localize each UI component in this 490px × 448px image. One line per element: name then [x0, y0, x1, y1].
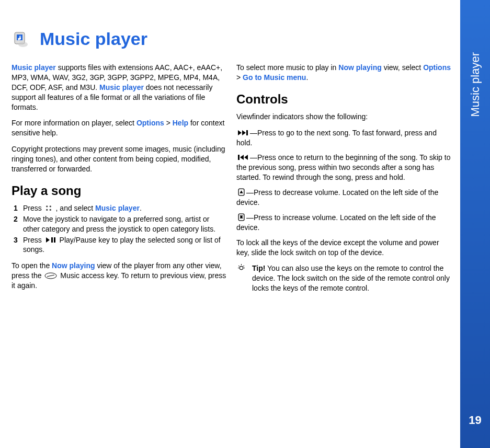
page-number: 19: [469, 413, 481, 427]
column-right: To select more music to play in Now play…: [236, 63, 452, 297]
volume-up-icon: [237, 213, 245, 220]
title-row: Music player: [12, 29, 452, 49]
intro-para-3: Copyright protections may prevent some i…: [12, 144, 227, 174]
sidebar: Music player 19: [460, 0, 490, 448]
music-player-icon: [12, 30, 30, 49]
column-left: Music player supports files with extensi…: [12, 63, 227, 297]
svg-rect-8: [54, 237, 55, 243]
svg-rect-12: [238, 155, 240, 160]
play-song-after: To open the Now playing view of the play…: [12, 261, 227, 291]
control-next: —Press to go to the next song. To fast f…: [236, 128, 452, 148]
controls-lead: Viewfinder indicators show the following…: [236, 112, 452, 122]
svg-point-6: [49, 209, 51, 210]
term-now-playing: Now playing: [52, 261, 95, 270]
next-icon: [237, 129, 249, 136]
tip-label: Tip!: [252, 264, 265, 272]
term-help: Help: [173, 119, 188, 127]
svg-point-4: [49, 205, 51, 207]
menu-key-icon: [45, 204, 53, 211]
heading-play-a-song: Play a song: [12, 183, 227, 198]
intro-para-1: Music player supports files with extensi…: [12, 63, 227, 112]
step-3: 3 Press Play/Pause key to play the selec…: [14, 235, 227, 255]
svg-line-17: [238, 266, 240, 267]
term-music-player-3: Music player: [95, 204, 140, 212]
term-now-playing-2: Now playing: [338, 63, 381, 72]
control-volume-down: —Press to decrease volume. Located on th…: [236, 188, 452, 208]
svg-rect-7: [51, 237, 53, 243]
select-music-para: To select more music to play in Now play…: [236, 63, 452, 83]
music-access-key-icon: [44, 272, 57, 279]
heading-controls: Controls: [236, 92, 452, 107]
svg-line-18: [243, 266, 244, 267]
previous-icon: [237, 154, 249, 160]
tip-icon: [237, 263, 245, 270]
volume-down-icon: [237, 188, 245, 195]
page-content: Music player Music player supports files…: [0, 0, 460, 448]
term-go-to-music-menu: Go to Music menu: [243, 73, 306, 82]
svg-point-2: [18, 42, 28, 47]
svg-rect-11: [246, 130, 248, 135]
tip-block: Tip! You can also use the keys on the re…: [236, 263, 452, 293]
control-volume-up: —Press to increase volume. Located on th…: [236, 213, 452, 233]
svg-line-10: [47, 275, 54, 277]
play-pause-icon: [45, 236, 56, 243]
svg-point-15: [240, 267, 243, 270]
svg-point-5: [46, 209, 48, 210]
term-options: Options: [136, 119, 164, 127]
step-1: 1 Press , and select Music player.: [14, 203, 227, 213]
sidebar-label: Music player: [469, 52, 482, 117]
steps-list: 1 Press , and select Music player. 2 Mov…: [12, 203, 227, 255]
step-2: 2 Move the joystick to navigate to a pre…: [14, 214, 227, 234]
control-previous: —Press once to return to the beginning o…: [236, 153, 452, 182]
page-title: Music player: [40, 29, 147, 49]
intro-para-2: For more information on player, select O…: [12, 118, 227, 138]
term-music-player: Music player: [12, 63, 56, 72]
svg-point-3: [46, 205, 48, 207]
term-music-player-2: Music player: [99, 83, 144, 91]
term-options-2: Options: [423, 63, 451, 72]
lock-para: To lock all the keys of the device excep…: [236, 238, 452, 258]
